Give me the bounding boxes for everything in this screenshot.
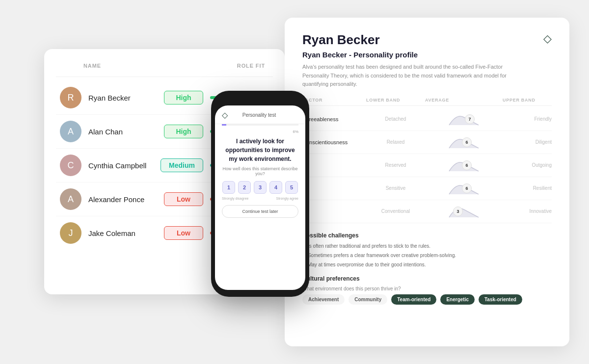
factors-table: FACTOR LOWER BAND AVERAGE UPPER BAND Agr…: [302, 98, 552, 223]
factor-lower-band: Sensitive: [366, 185, 425, 191]
factor-upper-band: Outgoing: [503, 162, 552, 168]
challenge-items: •Is often rather traditional and prefers…: [302, 243, 552, 268]
phone-progress-bar: [222, 124, 298, 126]
candidate-name: Alexander Ponce: [88, 195, 157, 204]
cultural-subtitle: What environment does this person thrive…: [302, 286, 552, 291]
cultural-chip: Energetic: [440, 294, 475, 305]
profile-person-name: Ryan Becker: [302, 32, 380, 48]
col-lower: LOWER BAND: [366, 98, 425, 103]
header-role-fit: ROLE FIT: [237, 63, 265, 69]
challenge-item: •Sometimes prefers a clear framework ove…: [302, 252, 552, 259]
scale-right-label: Strongly agree: [276, 197, 298, 200]
factor-upper-band: Friendly: [503, 116, 552, 122]
scale-button[interactable]: 3: [254, 181, 267, 194]
profile-logo-icon: ◇: [543, 32, 552, 45]
factor-chart: 6: [425, 158, 503, 173]
challenge-text: Sometimes prefers a clear framework over…: [308, 252, 456, 259]
avatar: C: [60, 155, 81, 176]
phone-scale-labels: Strongly disagree Strongly agree: [215, 197, 305, 200]
phone-mockup: ◇ Personality test 6% I actively look fo…: [211, 91, 309, 297]
scale-button[interactable]: 4: [269, 181, 282, 194]
cultural-chip: Community: [348, 294, 387, 305]
factor-row: Conventional 3 Innovative: [302, 200, 552, 223]
personality-profile-panel: Ryan Becker ◇ Ryan Becker - Personality …: [285, 18, 569, 346]
factor-score-dot: 6: [462, 160, 472, 170]
factor-score-dot: 7: [465, 114, 475, 124]
phone-scale: 12345: [215, 181, 305, 194]
challenges-section: Possible challenges •Is often rather tra…: [302, 232, 552, 268]
phone-notch: [245, 98, 275, 103]
scale-button[interactable]: 2: [238, 181, 251, 194]
factor-upper-band: Diligent: [503, 139, 552, 145]
factor-chart: 3: [425, 204, 503, 219]
factor-name: Agreeableness: [302, 116, 366, 122]
role-fit-badge: Low: [164, 192, 203, 206]
factor-rows: Agreeableness Detached 7 Friendly Consci…: [302, 108, 552, 223]
phone-progress-fill: [222, 124, 226, 126]
factor-lower-band: Conventional: [366, 208, 425, 214]
col-factor: FACTOR: [302, 98, 366, 103]
phone-header: ◇ Personality test: [215, 105, 305, 124]
challenge-text: Is often rather traditional and prefers …: [308, 243, 430, 250]
scale-left-label: Strongly disagree: [222, 197, 248, 200]
factor-row: Sensitive 6 Resilient: [302, 177, 552, 200]
header-name: NAME: [83, 63, 101, 69]
factor-chart: 7: [425, 112, 503, 127]
challenges-title: Possible challenges: [302, 232, 552, 239]
phone-subtitle: How well does this statement describe yo…: [215, 166, 305, 176]
role-fit-badge: High: [164, 125, 203, 138]
factor-score-dot: 6: [462, 183, 472, 193]
challenge-item: •May at times overpromise due to their g…: [302, 261, 552, 268]
factor-chart: 6: [425, 135, 503, 150]
factor-lower-band: Relaxed: [366, 139, 425, 145]
col-average: AVERAGE: [425, 98, 503, 103]
cultural-chip: Team-oriented: [391, 294, 436, 305]
scale-button[interactable]: 5: [285, 181, 298, 194]
phone-title: Personality test: [242, 112, 276, 118]
avatar: J: [60, 222, 81, 244]
factor-lower-band: Reserved: [366, 162, 425, 168]
factor-upper-band: Innovative: [503, 208, 552, 214]
role-fit-badge: Low: [164, 226, 203, 240]
candidate-name: Alan Chan: [88, 128, 157, 136]
phone-progress-label: 6%: [222, 130, 298, 134]
avatar: R: [60, 87, 81, 108]
factor-row: Conscientiousness Relaxed 6 Diligent: [302, 131, 552, 154]
candidate-name: Ryan Becker: [88, 94, 157, 102]
candidate-name: Cynthia Campbell: [88, 161, 154, 170]
avatar: A: [60, 188, 81, 210]
factor-lower-band: Detached: [366, 116, 425, 122]
profile-description: Alva's personality test has been designe…: [302, 63, 528, 89]
factor-chart: 6: [425, 181, 503, 196]
factor-score-dot: 6: [462, 137, 472, 147]
panel-header: NAME ROLE FIT: [56, 63, 273, 77]
factor-score-dot: 3: [453, 207, 463, 216]
profile-top: Ryan Becker ◇: [302, 32, 552, 48]
profile-subtitle: Ryan Becker - Personality profile: [302, 51, 552, 59]
phone-screen: ◇ Personality test 6% I actively look fo…: [215, 105, 305, 290]
scale-button[interactable]: 1: [222, 181, 235, 194]
phone-question: I actively look for opportunities to imp…: [215, 137, 305, 163]
phone-logo-icon: ◇: [222, 110, 228, 120]
role-fit-badge: Medium: [161, 158, 203, 172]
phone-continue-button[interactable]: Continue test later: [222, 205, 298, 218]
avatar: A: [60, 121, 81, 142]
challenge-item: •Is often rather traditional and prefers…: [302, 243, 552, 250]
factors-header: FACTOR LOWER BAND AVERAGE UPPER BAND: [302, 98, 552, 106]
cultural-title: Cultural preferences: [302, 275, 552, 282]
role-fit-badge: High: [164, 91, 203, 104]
factor-upper-band: Resilient: [503, 185, 552, 191]
candidate-name: Jake Coleman: [88, 229, 157, 237]
factor-row: Reserved 6 Outgoing: [302, 154, 552, 177]
factor-name: Conscientiousness: [302, 139, 366, 145]
col-upper: UPPER BAND: [503, 98, 552, 103]
cultural-chip: Achievement: [302, 294, 345, 305]
factor-row: Agreeableness Detached 7 Friendly: [302, 108, 552, 131]
cultural-chip: Task-oriented: [479, 294, 522, 305]
challenge-text: May at times overpromise due to their go…: [308, 261, 426, 268]
cultural-section: Cultural preferences What environment do…: [302, 275, 552, 305]
cultural-chips: AchievementCommunityTeam-orientedEnerget…: [302, 294, 552, 305]
